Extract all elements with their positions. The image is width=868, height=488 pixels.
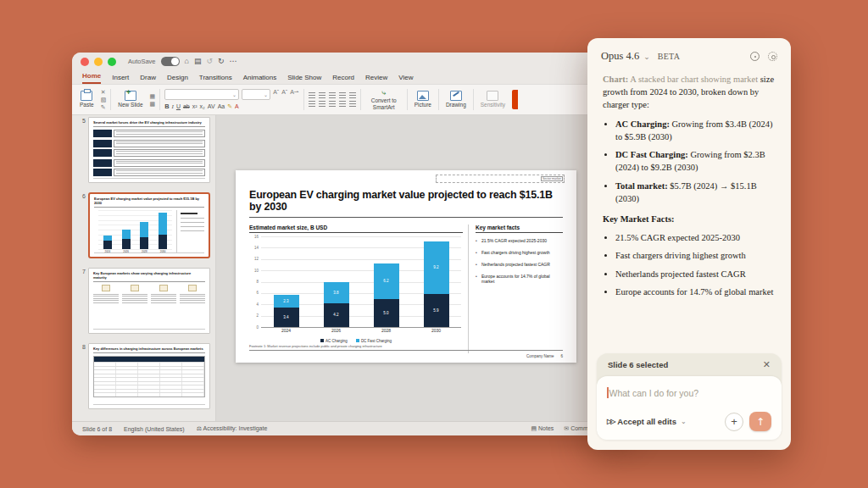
prompt-input[interactable]: What can I do for you? — [607, 387, 771, 398]
bar-segment[interactable] — [140, 237, 148, 249]
align-right-icon[interactable] — [329, 101, 336, 107]
language-label[interactable]: English (United States) — [124, 426, 185, 432]
bullets-icon[interactable] — [309, 92, 315, 98]
text-direction-icon[interactable] — [349, 101, 356, 107]
autosave-toggle[interactable] — [161, 57, 180, 66]
tab-slide-show[interactable]: Slide Show — [287, 74, 321, 84]
justify-icon[interactable] — [339, 101, 346, 107]
layout-icon[interactable]: ▦ — [150, 93, 156, 99]
clear-format-icon[interactable]: A⇀ — [290, 89, 299, 100]
bar-segment[interactable] — [159, 213, 167, 235]
underline-button[interactable]: U — [176, 103, 181, 109]
new-slide-button[interactable]: New Slide — [115, 86, 145, 113]
bar-segment[interactable]: 3.4 — [274, 308, 299, 327]
tab-draw[interactable]: Draw — [140, 74, 156, 84]
change-case-button[interactable]: Aa — [218, 103, 225, 109]
tab-animations[interactable]: Animations — [243, 74, 277, 84]
slide-thumbnail-8[interactable]: Key differences in charging infrastructu… — [88, 343, 210, 409]
accept-all-edits-button[interactable]: ▷▷ Accept all edits ⌄ — [607, 417, 687, 426]
thumbnail-number: 5 — [77, 117, 86, 183]
slide-canvas[interactable]: Sector marker European EV charging marke… — [236, 170, 576, 363]
indent-decrease-icon[interactable] — [329, 92, 336, 98]
tab-insert[interactable]: Insert — [112, 74, 129, 84]
numbering-icon[interactable] — [319, 92, 326, 98]
bar-segment[interactable]: 5.0 — [374, 299, 399, 327]
bar-segment[interactable] — [103, 241, 112, 249]
paste-button[interactable]: Paste — [77, 86, 97, 113]
notes-button[interactable]: ▤ Notes — [531, 425, 554, 432]
more-icon[interactable]: ⋯ — [230, 58, 237, 65]
tab-home[interactable]: Home — [82, 72, 101, 84]
bar-segment[interactable] — [122, 230, 131, 239]
minimize-window-button[interactable] — [94, 58, 103, 66]
bar-segment[interactable]: 9.2 — [424, 241, 449, 294]
gear-icon[interactable] — [768, 52, 777, 61]
bar-segment[interactable]: 4.2 — [324, 303, 349, 327]
home-icon[interactable]: ⌂ — [185, 58, 189, 65]
addins-button-partial[interactable] — [512, 90, 518, 109]
drawing-icon — [450, 91, 462, 101]
model-chevron-down-icon[interactable]: ⌄ — [643, 53, 650, 61]
copy-icon[interactable]: ▧ — [101, 97, 107, 103]
tab-review[interactable]: Review — [365, 74, 387, 84]
key-facts-section[interactable]: Key market facts 21.5% CAGR expected 202… — [474, 225, 563, 353]
bar-segment[interactable] — [140, 222, 148, 237]
superscript-button[interactable]: x² — [192, 103, 198, 109]
align-left-icon[interactable] — [309, 101, 315, 107]
bold-button[interactable]: B — [164, 103, 169, 110]
subscript-button[interactable]: x₂ — [200, 103, 205, 109]
convert-smartart-button[interactable]: ⤷ Convert to SmartArt — [365, 86, 403, 113]
cut-icon[interactable]: ✕ — [101, 89, 107, 95]
italic-button[interactable]: I — [172, 103, 174, 110]
bar-segment[interactable]: 3.8 — [324, 282, 349, 303]
grow-font-icon[interactable]: Aˆ — [273, 89, 279, 100]
picture-button[interactable]: Picture — [412, 86, 434, 113]
tab-record[interactable]: Record — [332, 74, 354, 84]
bar-segment[interactable]: 6.2 — [374, 263, 399, 298]
bar-segment[interactable]: 2.3 — [274, 295, 299, 308]
accessibility-label[interactable]: ⚖ Accessibility: Investigate — [197, 425, 268, 432]
reset-icon[interactable]: ▩ — [150, 101, 156, 107]
indent-increase-icon[interactable] — [339, 92, 346, 98]
close-icon[interactable]: ✕ — [763, 359, 771, 370]
font-color-button[interactable]: A — [235, 103, 239, 109]
sector-marker-placeholder[interactable]: Sector marker — [436, 175, 565, 183]
send-button[interactable]: ↑ — [749, 412, 771, 431]
text-caret — [607, 387, 609, 398]
divider — [159, 89, 160, 110]
bar-segment[interactable]: 5.9 — [424, 294, 449, 327]
slide-title[interactable]: European EV charging market value projec… — [249, 189, 563, 213]
format-painter-icon[interactable]: ✎ — [101, 104, 107, 110]
slide-thumbnail-6[interactable]: European EV charging market value projec… — [88, 192, 210, 258]
slide-thumbnail-5[interactable]: Several market forces drive the EV charg… — [88, 117, 210, 183]
save-icon[interactable]: ▤ — [194, 58, 202, 65]
history-icon[interactable] — [750, 52, 760, 61]
bar-segment[interactable] — [122, 239, 131, 249]
drawing-button[interactable]: Drawing — [443, 86, 469, 113]
picture-icon — [417, 91, 429, 101]
strikethrough-button[interactable]: ab — [183, 103, 190, 109]
bar-segment[interactable] — [103, 236, 112, 241]
char-spacing-button[interactable]: AV — [208, 103, 215, 109]
tab-design[interactable]: Design — [167, 74, 188, 84]
shrink-font-icon[interactable]: Aˇ — [281, 89, 287, 100]
line-spacing-icon[interactable] — [349, 92, 356, 98]
redo-icon[interactable]: ↻ — [218, 58, 225, 65]
undo-icon[interactable]: ↺ — [206, 58, 213, 65]
thumbnail-title: Several market forces drive the EV charg… — [93, 121, 205, 127]
tab-transitions[interactable]: Transitions — [199, 74, 232, 84]
stacked-bar-chart[interactable]: 02468101214163.42.320244.23.820265.06.22… — [249, 236, 461, 336]
bar-segment[interactable] — [159, 235, 167, 249]
highlight-button[interactable]: ✎ — [227, 103, 232, 110]
font-name-combo[interactable]: ⌄ — [164, 89, 239, 100]
model-name[interactable]: Opus 4.6 — [601, 50, 639, 63]
sensitivity-button[interactable]: Sensitivity — [478, 86, 508, 113]
font-size-combo[interactable]: ⌄ — [242, 89, 270, 100]
zoom-window-button[interactable] — [108, 58, 116, 66]
attach-button[interactable]: + — [725, 413, 743, 431]
tab-view[interactable]: View — [398, 74, 413, 84]
slide-thumbnail-7[interactable]: Key European markets show varying chargi… — [88, 268, 210, 334]
align-center-icon[interactable] — [319, 101, 326, 107]
close-window-button[interactable] — [81, 58, 89, 66]
chart-section[interactable]: Estimated market size, B USD 02468101214… — [249, 225, 463, 353]
